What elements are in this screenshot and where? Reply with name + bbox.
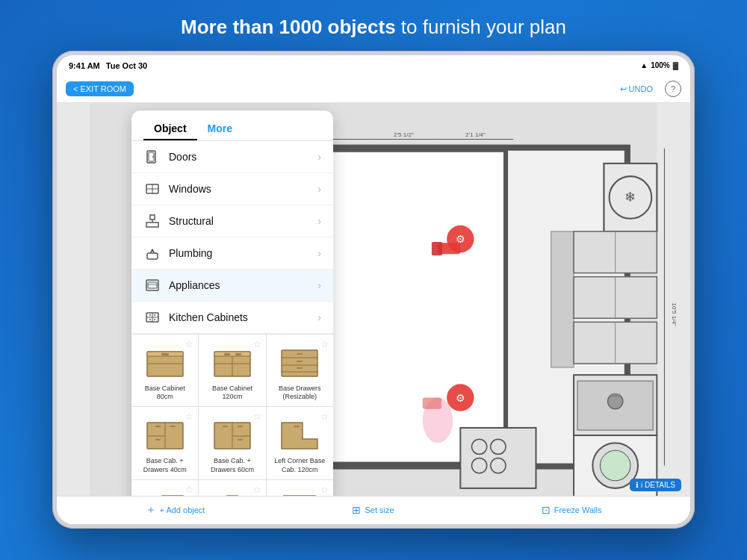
svg-rect-89 bbox=[155, 426, 161, 427]
cabinet-item-carousel[interactable]: ☆ Carousel BaseCabinet 90cm bbox=[267, 480, 333, 496]
star-7[interactable]: ☆ bbox=[185, 485, 193, 495]
svg-rect-96 bbox=[238, 426, 243, 427]
cabinet-icon-1 bbox=[143, 340, 187, 382]
star-3[interactable]: ☆ bbox=[320, 339, 329, 349]
cabinet-name-2: Base Cabinet120cm bbox=[212, 385, 252, 402]
cabinet-item-base-cab-drawers-60[interactable]: ☆ Base C bbox=[199, 407, 265, 479]
exit-room-button[interactable]: < EXIT ROOM bbox=[66, 81, 134, 96]
menu-item-kitchen-cabinets[interactable]: Kitchen Cabinets › bbox=[131, 302, 333, 334]
top-toolbar: < EXIT ROOM ↩ UNDO ? bbox=[57, 76, 690, 103]
floor-plan-area[interactable]: ❄ bbox=[57, 103, 690, 496]
battery-icon: ▓ bbox=[673, 61, 678, 69]
menu-item-structural[interactable]: Structural › bbox=[131, 205, 333, 237]
svg-text:⚙: ⚙ bbox=[456, 391, 465, 403]
svg-rect-54 bbox=[150, 215, 155, 220]
svg-rect-90 bbox=[170, 426, 176, 427]
details-button[interactable]: ℹ i DETAILS bbox=[630, 479, 681, 491]
svg-rect-91 bbox=[155, 439, 161, 441]
svg-point-68 bbox=[154, 319, 155, 320]
menu-item-appliances[interactable]: Appliances › bbox=[131, 270, 333, 302]
windows-label: Windows bbox=[169, 183, 317, 195]
svg-point-65 bbox=[149, 314, 151, 316]
doors-icon bbox=[143, 148, 161, 166]
menu-item-windows[interactable]: Windows › bbox=[131, 173, 333, 205]
svg-point-58 bbox=[152, 249, 154, 251]
svg-rect-95 bbox=[223, 426, 228, 427]
svg-rect-78 bbox=[235, 353, 241, 355]
add-object-label: + Add object bbox=[160, 505, 205, 514]
status-right: ▲ 100% ▓ bbox=[640, 61, 678, 69]
svg-rect-19 bbox=[551, 231, 574, 367]
svg-rect-85 bbox=[297, 367, 303, 369]
panel-tabs: Object More bbox=[131, 111, 333, 141]
ipad-frame: 9:41 AM Tue Oct 30 ▲ 100% ▓ < EXIT ROOM … bbox=[52, 51, 695, 529]
star-8[interactable]: ☆ bbox=[253, 485, 261, 495]
cabinet-name-1: Base Cabinet80cm bbox=[145, 385, 185, 402]
cabinet-name-4: Base Cab. +Drawers 40cm bbox=[143, 457, 187, 474]
help-icon: ? bbox=[671, 84, 675, 93]
star-1[interactable]: ☆ bbox=[185, 339, 193, 349]
svg-rect-98 bbox=[294, 426, 300, 427]
svg-rect-57 bbox=[147, 253, 158, 259]
cabinet-icon-5 bbox=[210, 413, 255, 454]
cabinet-item-base-drawers[interactable]: ☆ bbox=[267, 335, 333, 406]
details-icon: ℹ bbox=[636, 481, 639, 489]
status-date: Tue Oct 30 bbox=[106, 61, 147, 70]
appliances-chevron: › bbox=[317, 279, 321, 291]
cabinet-icon-2 bbox=[210, 340, 255, 382]
kitchen-cabinets-chevron: › bbox=[317, 311, 321, 323]
ipad-screen: 9:41 AM Tue Oct 30 ▲ 100% ▓ < EXIT ROOM … bbox=[57, 55, 690, 524]
plumbing-icon bbox=[143, 244, 161, 262]
star-6[interactable]: ☆ bbox=[320, 411, 329, 422]
add-icon: ＋ bbox=[146, 503, 156, 517]
star-5[interactable]: ☆ bbox=[253, 411, 261, 422]
menu-item-plumbing[interactable]: Plumbing › bbox=[131, 237, 333, 270]
svg-point-18 bbox=[600, 450, 630, 480]
windows-chevron: › bbox=[317, 183, 321, 195]
structural-label: Structural bbox=[169, 215, 317, 227]
freeze-icon: ⊡ bbox=[542, 504, 551, 516]
add-object-button[interactable]: ＋ + Add object bbox=[146, 503, 205, 517]
doors-label: Doors bbox=[169, 151, 317, 163]
cabinet-item-base-filler[interactable]: ☆ Base Filler bbox=[199, 480, 265, 496]
help-button[interactable]: ? bbox=[665, 81, 681, 97]
svg-rect-60 bbox=[148, 282, 157, 288]
star-9[interactable]: ☆ bbox=[320, 485, 329, 495]
page-header: More than 1000 objects to furnish your p… bbox=[181, 0, 566, 40]
cabinet-name-5: Base Cab. +Drawers 60cm bbox=[211, 457, 254, 474]
svg-point-50 bbox=[152, 156, 154, 158]
cabinet-icon-8 bbox=[210, 486, 255, 496]
cabinet-item-right-corner[interactable]: ☆ Right CornerBase Cab. 120cm bbox=[131, 480, 198, 496]
kitchen-cabinets-label: Kitchen Cabinets bbox=[169, 311, 317, 323]
svg-text:2'5 1/2": 2'5 1/2" bbox=[394, 131, 414, 137]
plumbing-chevron: › bbox=[317, 247, 321, 259]
doors-chevron: › bbox=[317, 151, 321, 163]
svg-rect-10 bbox=[611, 393, 620, 396]
status-time: 9:41 AM bbox=[69, 61, 100, 70]
star-2[interactable]: ☆ bbox=[253, 339, 261, 349]
cabinet-item-base-cab-drawers-40[interactable]: ☆ Base C bbox=[131, 407, 198, 479]
cabinet-item-base-120[interactable]: ☆ Base C bbox=[199, 335, 265, 406]
structural-icon bbox=[143, 212, 161, 230]
cabinet-grid: ☆ Base Cabinet80cm bbox=[131, 334, 333, 496]
object-panel: Object More Doors › bbox=[131, 111, 333, 496]
status-left: 9:41 AM Tue Oct 30 bbox=[69, 61, 147, 70]
svg-rect-74 bbox=[214, 352, 250, 356]
undo-label: UNDO bbox=[629, 84, 653, 93]
freeze-walls-button[interactable]: ⊡ Freeze Walls bbox=[542, 504, 602, 516]
menu-item-doors[interactable]: Doors › bbox=[131, 141, 333, 173]
plumbing-label: Plumbing bbox=[169, 247, 317, 259]
svg-text:10'5 1/4": 10'5 1/4" bbox=[671, 302, 678, 326]
cabinet-icon-3 bbox=[277, 340, 322, 382]
set-size-button[interactable]: ⊞ Set size bbox=[352, 504, 394, 516]
tab-object[interactable]: Object bbox=[143, 118, 197, 140]
svg-rect-83 bbox=[297, 353, 303, 355]
cabinet-item-left-corner[interactable]: ☆ Left Corner BaseCab. 120cm bbox=[267, 407, 333, 479]
status-bar: 9:41 AM Tue Oct 30 ▲ 100% ▓ bbox=[57, 55, 690, 76]
svg-text:❄: ❄ bbox=[624, 189, 636, 204]
cabinet-item-base-80[interactable]: ☆ Base Cabinet80cm bbox=[131, 335, 198, 406]
undo-button[interactable]: ↩ UNDO bbox=[620, 84, 653, 94]
tab-more[interactable]: More bbox=[197, 118, 243, 140]
bottom-toolbar: ＋ + Add object ⊞ Set size ⊡ Freeze Walls bbox=[57, 496, 690, 524]
star-4[interactable]: ☆ bbox=[185, 411, 193, 422]
